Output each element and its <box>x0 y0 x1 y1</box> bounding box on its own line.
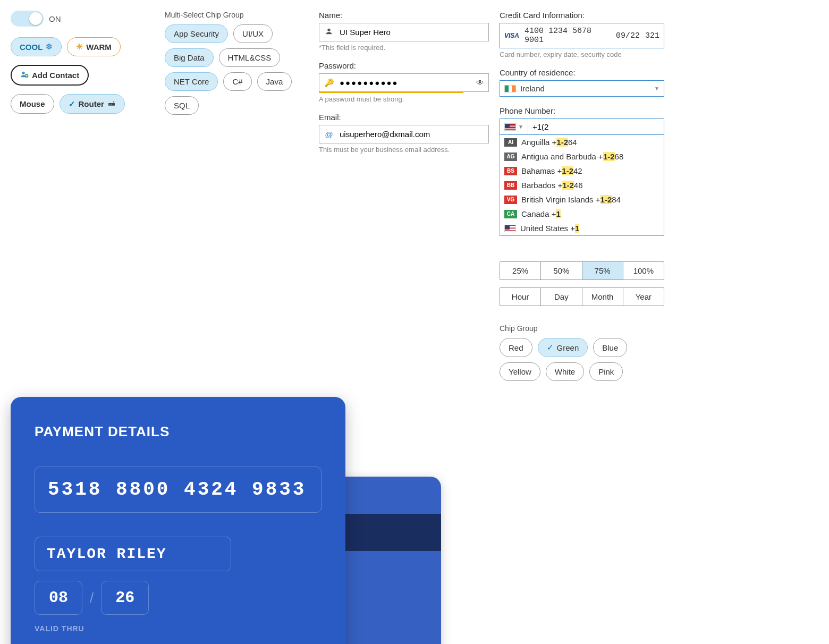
check-icon: ✓ <box>69 99 75 109</box>
phone-option-ai[interactable]: AIAnguilla +1-264 <box>500 135 664 149</box>
exp-month-input[interactable]: 08 <box>35 581 82 615</box>
phone-option-ag[interactable]: AGAntigua and Barbuda +1-268 <box>500 149 664 164</box>
multi-chip-title: Multi-Select Chip Group <box>165 11 308 19</box>
chip-sql[interactable]: SQL <box>165 96 199 115</box>
phone-dropdown: AIAnguilla +1-264AGAntigua and Barbuda +… <box>500 135 664 236</box>
password-label: Password: <box>319 61 489 70</box>
card-number-input[interactable]: 5318 8800 4324 9833 <box>35 467 322 513</box>
password-input-wrap[interactable]: 🔑 👁 <box>319 73 489 92</box>
add-contact-icon <box>20 70 29 80</box>
phone-input-wrap: ▼ <box>500 118 664 135</box>
exp-year-input[interactable]: 26 <box>101 581 149 615</box>
mouse-chip[interactable]: Mouse <box>11 94 54 114</box>
ireland-flag-icon <box>504 85 516 92</box>
segment-year[interactable]: Year <box>623 288 664 306</box>
chevron-down-icon: ▼ <box>518 124 523 130</box>
color-chip-group: Red✓ GreenBlueYellowWhitePink <box>500 338 664 381</box>
person-icon <box>324 27 334 37</box>
add-contact-label: Add Contact <box>32 71 79 80</box>
percent-segment: 25%50%75%100% <box>500 261 664 280</box>
phone-option-ca[interactable]: CACanada +1 <box>500 207 664 221</box>
country-code-badge: VG <box>504 196 517 204</box>
password-hint: A password must be strong. <box>319 95 489 103</box>
chip-java[interactable]: Java <box>257 72 292 91</box>
check-icon: ✓ <box>547 343 554 352</box>
snowflake-icon: ❄ <box>46 42 53 52</box>
chip-group-title: Chip Group <box>500 324 664 333</box>
phone-country-selector[interactable]: ▼ <box>500 119 528 134</box>
country-code-badge: CA <box>504 210 517 218</box>
name-input-wrap[interactable] <box>319 23 489 41</box>
country-label: Country of residence: <box>500 68 664 77</box>
country-code-badge: AI <box>504 138 517 147</box>
email-hint: This must be your business email address… <box>319 146 489 154</box>
router-icon <box>107 99 116 109</box>
segment-50pct[interactable]: 50% <box>541 262 582 279</box>
country-select[interactable]: Ireland ▼ <box>500 80 664 97</box>
phone-option-bs[interactable]: BSBahamas +1-242 <box>500 164 664 178</box>
warm-label: WARM <box>86 43 112 52</box>
segment-25pct[interactable]: 25% <box>500 262 541 279</box>
password-strength-bar <box>319 91 463 93</box>
eye-icon[interactable]: 👁 <box>476 78 484 87</box>
chip-net-core[interactable]: NET Core <box>165 72 218 91</box>
credit-card-front: PAYMENT DETAILS 5318 8800 4324 9833 TAYL… <box>11 397 345 644</box>
chip-pink[interactable]: Pink <box>589 362 623 381</box>
chip-ui-ux[interactable]: UI/UX <box>233 24 273 43</box>
cardholder-name-input[interactable]: TAYLOR RILEY <box>35 537 231 571</box>
name-input[interactable] <box>337 27 484 38</box>
key-icon: 🔑 <box>324 78 334 88</box>
svg-point-4 <box>111 104 112 105</box>
valid-thru-label: VALID THRU <box>35 624 322 633</box>
email-label: Email: <box>319 113 489 122</box>
cool-button[interactable]: COOL ❄ <box>11 37 62 56</box>
multi-chip-group: App SecurityUI/UXBig DataHTML&CSSNET Cor… <box>165 24 308 115</box>
segment-hour[interactable]: Hour <box>500 288 541 306</box>
country-code-badge: BS <box>504 167 517 175</box>
cc-label: Credit Card Information: <box>500 11 664 20</box>
email-input[interactable] <box>337 129 484 140</box>
cc-number: 4100 1234 5678 9001 <box>525 27 611 45</box>
email-input-wrap[interactable]: @ <box>319 125 489 143</box>
phone-label: Phone Number: <box>500 106 664 115</box>
svg-point-0 <box>22 72 24 74</box>
us-flag-icon <box>504 225 516 232</box>
cc-input[interactable]: VISA 4100 1234 5678 9001 09/22 321 <box>500 23 664 48</box>
phone-option-vg[interactable]: VGBritish Virgin Islands +1-284 <box>500 192 664 207</box>
toggle-label: ON <box>49 14 61 23</box>
chip-c-[interactable]: C# <box>223 72 251 91</box>
cool-label: COOL <box>20 43 43 52</box>
country-code-badge: BB <box>504 181 517 190</box>
svg-point-5 <box>327 29 330 31</box>
name-hint: *This field is required. <box>319 44 489 52</box>
segment-month[interactable]: Month <box>582 288 623 306</box>
card-title: PAYMENT DETAILS <box>35 423 322 440</box>
chip-big-data[interactable]: Big Data <box>165 48 214 67</box>
country-value: Ireland <box>520 84 545 93</box>
chip-html-css[interactable]: HTML&CSS <box>219 48 281 67</box>
add-contact-button[interactable]: Add Contact <box>11 65 89 86</box>
at-icon: @ <box>324 130 334 139</box>
period-segment: HourDayMonthYear <box>500 287 664 306</box>
router-chip[interactable]: ✓ Router <box>60 94 125 114</box>
password-input[interactable] <box>337 77 476 88</box>
us-flag-icon <box>504 123 516 131</box>
exp-separator: / <box>90 590 94 606</box>
phone-input[interactable] <box>528 119 664 134</box>
chip-yellow[interactable]: Yellow <box>500 362 540 381</box>
segment-100pct[interactable]: 100% <box>623 262 664 279</box>
name-label: Name: <box>319 11 489 20</box>
toggle-switch[interactable] <box>11 11 44 27</box>
warm-button[interactable]: ☀ WARM <box>67 37 121 56</box>
country-code-badge: AG <box>504 152 517 161</box>
chip-app-security[interactable]: App Security <box>165 24 228 43</box>
segment-75pct[interactable]: 75% <box>582 262 623 279</box>
chip-green[interactable]: ✓ Green <box>538 338 588 357</box>
cc-hint: Card number, expiry date, security code <box>500 50 664 58</box>
phone-option-us[interactable]: United States +1 <box>500 221 664 235</box>
chip-blue[interactable]: Blue <box>593 338 627 357</box>
segment-day[interactable]: Day <box>541 288 582 306</box>
chip-red[interactable]: Red <box>500 338 532 357</box>
chip-white[interactable]: White <box>546 362 584 381</box>
phone-option-bb[interactable]: BBBarbados +1-246 <box>500 178 664 192</box>
